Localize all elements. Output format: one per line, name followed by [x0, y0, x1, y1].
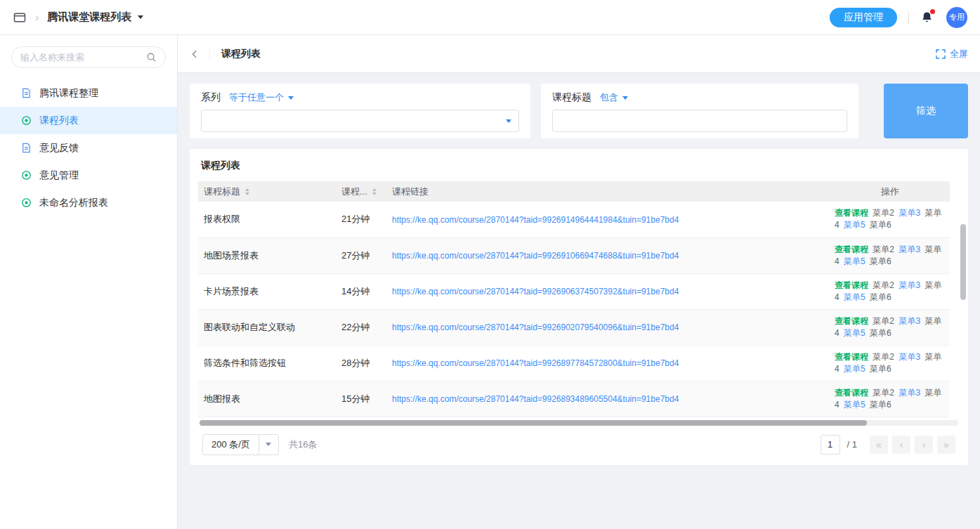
- total-count: 共16条: [289, 438, 317, 451]
- row-action[interactable]: 菜单3: [899, 244, 920, 254]
- row-action[interactable]: 菜单5: [844, 292, 865, 302]
- row-action[interactable]: 菜单2: [873, 244, 894, 254]
- sidebar-item-label: 课程列表: [39, 115, 79, 127]
- row-action[interactable]: 菜单2: [873, 388, 894, 398]
- notifications-button[interactable]: [920, 11, 934, 24]
- row-action[interactable]: 菜单6: [870, 400, 891, 410]
- course-title-cell: 报表权限: [198, 202, 336, 237]
- sidebar-item-label: 意见管理: [39, 169, 79, 182]
- sort-icon[interactable]: [245, 188, 249, 195]
- course-title-filter-label: 课程标题: [552, 91, 592, 104]
- course-link[interactable]: https://ke.qq.com/course/2870144?taid=99…: [392, 287, 679, 296]
- row-action[interactable]: 菜单6: [870, 328, 891, 338]
- row-action[interactable]: 菜单5: [844, 256, 865, 266]
- row-action[interactable]: 菜单3: [899, 316, 920, 326]
- course-link-cell: https://ke.qq.com/course/2870144?taid=99…: [386, 202, 830, 237]
- table-row: 图表联动和自定义联动22分钟https://ke.qq.com/course/2…: [198, 309, 950, 345]
- row-action[interactable]: 菜单2: [873, 208, 894, 218]
- notification-badge: [930, 9, 935, 14]
- column-header-title: 课程标题: [198, 181, 336, 202]
- first-page-button[interactable]: «: [870, 436, 888, 454]
- series-operator-dropdown[interactable]: 等于任意一个: [229, 91, 294, 104]
- course-duration-cell: 27分钟: [336, 237, 386, 273]
- row-action[interactable]: 菜单5: [844, 364, 865, 374]
- vertical-scrollbar-thumb[interactable]: [960, 224, 966, 300]
- next-page-button[interactable]: ›: [915, 436, 933, 454]
- row-action[interactable]: 菜单2: [873, 316, 894, 326]
- app-window-icon[interactable]: [13, 11, 27, 25]
- row-action[interactable]: 查看课程: [835, 280, 868, 290]
- horizontal-scrollbar[interactable]: [200, 420, 958, 426]
- page-size-select[interactable]: 200 条/页: [202, 434, 279, 455]
- row-action[interactable]: 查看课程: [835, 352, 868, 362]
- row-action[interactable]: 菜单3: [899, 280, 920, 290]
- fullscreen-button[interactable]: 全屏: [936, 48, 968, 60]
- sidebar-item[interactable]: 未命名分析报表: [0, 189, 177, 216]
- chevron-left-icon: [190, 49, 200, 59]
- row-action[interactable]: 菜单5: [844, 328, 865, 338]
- row-action[interactable]: 菜单2: [873, 280, 894, 290]
- last-page-button[interactable]: »: [937, 436, 955, 454]
- course-link-cell: https://ke.qq.com/course/2870144?taid=99…: [386, 381, 830, 417]
- row-action[interactable]: 菜单3: [899, 388, 920, 398]
- course-title-filter-input[interactable]: [552, 110, 847, 132]
- row-action[interactable]: 菜单5: [844, 220, 865, 230]
- sidebar-item[interactable]: 腾讯课程整理: [0, 79, 177, 107]
- row-action[interactable]: 菜单6: [870, 256, 891, 266]
- filter-card-course-title: 课程标题 包含: [541, 84, 858, 138]
- course-link[interactable]: https://ke.qq.com/course/2870144?taid=99…: [392, 358, 679, 368]
- course-link[interactable]: https://ke.qq.com/course/2870144?taid=99…: [392, 251, 679, 261]
- horizontal-scrollbar-thumb[interactable]: [200, 420, 867, 426]
- main: 课程列表 全屏 系列 等于任意一个: [178, 35, 980, 529]
- course-link-cell: https://ke.qq.com/course/2870144?taid=99…: [386, 309, 830, 345]
- chevron-down-icon: [138, 15, 143, 19]
- row-action[interactable]: 查看课程: [835, 316, 868, 326]
- table-row: 卡片场景报表14分钟https://ke.qq.com/course/28701…: [198, 273, 950, 309]
- table-header-row: 课程标题 课程... 课程链接 操作: [198, 181, 950, 202]
- course-link[interactable]: https://ke.qq.com/course/2870144?taid=99…: [392, 215, 679, 225]
- chevron-down-icon: [622, 96, 628, 100]
- vertical-scrollbar[interactable]: [960, 202, 966, 438]
- row-action[interactable]: 菜单2: [873, 352, 894, 362]
- course-link[interactable]: https://ke.qq.com/course/2870144?taid=99…: [392, 394, 679, 404]
- search-input[interactable]: [20, 52, 146, 63]
- series-operator-label: 等于任意一个: [229, 91, 284, 104]
- filter-submit-button[interactable]: 筛选: [884, 84, 968, 138]
- page-number-input[interactable]: [821, 435, 840, 455]
- course-link-cell: https://ke.qq.com/course/2870144?taid=99…: [386, 237, 830, 273]
- row-action[interactable]: 菜单3: [899, 352, 920, 362]
- sidebar-item[interactable]: 意见反馈: [0, 134, 177, 162]
- table-row: 报表权限21分钟https://ke.qq.com/course/2870144…: [198, 202, 950, 237]
- prev-page-button[interactable]: ‹: [892, 436, 910, 454]
- row-action[interactable]: 菜单6: [870, 220, 891, 230]
- page-count: / 1: [847, 439, 857, 450]
- table-row: 地图报表15分钟https://ke.qq.com/course/2870144…: [198, 381, 950, 417]
- fullscreen-label: 全屏: [950, 48, 968, 60]
- row-action[interactable]: 菜单5: [844, 400, 865, 410]
- workspace-switcher[interactable]: 腾讯课堂课程列表: [47, 11, 143, 24]
- course-duration-cell: 15分钟: [336, 381, 386, 417]
- course-duration-cell: 14分钟: [336, 273, 386, 309]
- column-header-duration: 课程...: [336, 181, 386, 202]
- course-link[interactable]: https://ke.qq.com/course/2870144?taid=99…: [392, 322, 679, 332]
- back-button[interactable]: [190, 49, 210, 59]
- sidebar-item[interactable]: 意见管理: [0, 162, 177, 189]
- row-action[interactable]: 菜单6: [870, 292, 891, 302]
- row-actions-cell: 查看课程 菜单2 菜单3 菜单4 菜单5 菜单6: [830, 237, 950, 273]
- course-title-operator-dropdown[interactable]: 包含: [600, 91, 628, 104]
- filter-card-series: 系列 等于任意一个: [190, 84, 530, 138]
- main-header: 课程列表 全屏: [178, 35, 980, 73]
- avatar[interactable]: 专用: [946, 7, 967, 28]
- sort-icon[interactable]: [372, 188, 377, 195]
- row-action[interactable]: 菜单3: [899, 208, 920, 218]
- row-action[interactable]: 菜单6: [870, 364, 891, 374]
- row-action[interactable]: 查看课程: [835, 244, 868, 254]
- sidebar-search[interactable]: [11, 46, 166, 68]
- table-row: 地图场景报表27分钟https://ke.qq.com/course/28701…: [198, 237, 950, 273]
- sidebar-item[interactable]: 课程列表: [0, 107, 177, 134]
- series-select[interactable]: [201, 110, 519, 132]
- row-action[interactable]: 查看课程: [835, 388, 868, 398]
- row-action[interactable]: 查看课程: [835, 208, 868, 218]
- app-manage-button[interactable]: 应用管理: [830, 8, 897, 27]
- search-icon[interactable]: [146, 52, 157, 63]
